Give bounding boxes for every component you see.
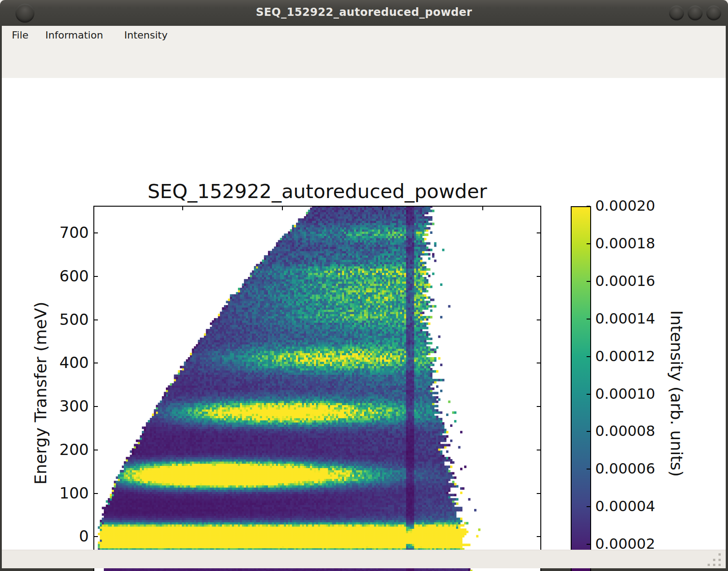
- y-tick: [94, 276, 98, 277]
- x-tick: [182, 206, 183, 210]
- menu-information[interactable]: Information: [44, 26, 105, 44]
- y-axis-label: Energy Transfer (meV): [31, 212, 50, 571]
- resize-grip-icon[interactable]: [707, 552, 723, 567]
- y-tick: [537, 319, 541, 320]
- y-tick: [94, 493, 98, 494]
- colorbar-tick-label: 0.00018: [595, 235, 677, 252]
- colorbar-tick-label: 0.00014: [595, 310, 677, 327]
- y-tick: [537, 493, 541, 494]
- y-tick: [537, 536, 541, 537]
- colorbar-tick: [587, 506, 590, 507]
- colorbar-tick: [587, 319, 590, 319]
- colorbar-tick-label: 0.00012: [595, 348, 677, 365]
- maximize-button[interactable]: [688, 5, 703, 20]
- window-title: SEQ_152922_autoreduced_powder: [0, 6, 728, 19]
- titlebar[interactable]: SEQ_152922_autoreduced_powder: [0, 0, 728, 26]
- y-tick: [94, 406, 98, 407]
- y-tick: [94, 319, 98, 320]
- colorbar-tick-label: 0.00010: [595, 385, 677, 402]
- colorbar-gradient: [572, 207, 590, 571]
- status-bar: [2, 550, 726, 568]
- colorbar-tick-label: 0.00016: [595, 272, 677, 290]
- menu-bar: File Information Intensity: [2, 26, 726, 45]
- colorbar-tick: [587, 394, 590, 395]
- minimize-button[interactable]: [669, 5, 684, 20]
- menu-intensity[interactable]: Intensity: [122, 26, 170, 44]
- colorbar-tick: [587, 206, 590, 207]
- y-tick: [537, 406, 541, 407]
- colorbar-tick-label: 0.00020: [595, 197, 677, 214]
- colorbar-label: Intensity (arb. units): [667, 213, 686, 571]
- y-tick: [537, 232, 541, 233]
- y-tick: [94, 536, 98, 537]
- colorbar-tick-label: 0.00004: [595, 498, 677, 515]
- y-tick: [537, 276, 541, 277]
- colorbar-tick: [587, 469, 590, 469]
- y-tick: [537, 450, 541, 450]
- window-border-right: [726, 26, 728, 568]
- y-tick: [537, 363, 541, 363]
- x-tick: [382, 206, 383, 210]
- colorbar-tick-label: 0.00006: [595, 460, 677, 477]
- plot-title: SEQ_152922_autoreduced_powder: [136, 180, 499, 203]
- y-tick: [94, 363, 98, 363]
- colorbar-tick: [587, 544, 590, 545]
- axes-frame: [93, 206, 541, 571]
- y-tick: [94, 232, 98, 233]
- y-tick: [94, 450, 98, 450]
- x-tick: [282, 206, 283, 210]
- colorbar-tick: [587, 243, 590, 244]
- colorbar-tick-label: 0.00008: [595, 422, 677, 440]
- menu-file[interactable]: File: [10, 26, 30, 44]
- close-button[interactable]: [706, 5, 721, 20]
- app-window: SEQ_152922_autoreduced_powder File Infor…: [0, 0, 728, 571]
- colorbar-tick: [587, 281, 590, 282]
- figure-area: SEQ_152922_autoreduced_powder 5101520−10…: [2, 78, 726, 550]
- colorbar-tick: [587, 431, 590, 432]
- colorbar-tick: [587, 356, 590, 357]
- x-tick: [482, 206, 483, 210]
- toolbar: Legends Keep Make Current: [2, 44, 726, 78]
- colorbar: [571, 206, 591, 571]
